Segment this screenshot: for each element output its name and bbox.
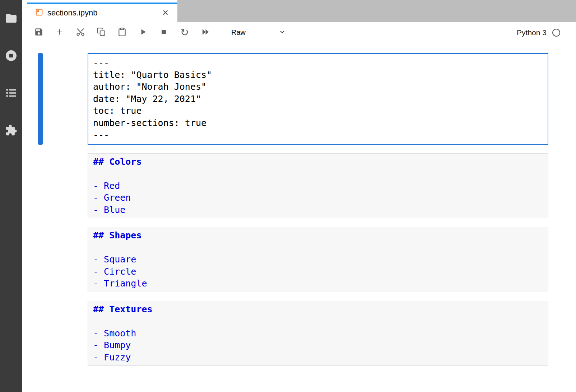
activity-sidebar: [0, 0, 22, 392]
list-item: - Fuzzy: [93, 351, 543, 364]
restart-kernel-button[interactable]: ↻: [178, 26, 191, 39]
list-item: - Green: [93, 192, 543, 204]
sidebar-gutter: [22, 0, 27, 392]
tab-sections-ipynb[interactable]: sections.ipynb ✕: [27, 0, 177, 22]
fast-forward-icon: [201, 27, 210, 38]
blank-line: [93, 242, 543, 254]
code-line: ---: [93, 129, 543, 141]
cell-type-dropdown[interactable]: Raw: [231, 28, 286, 37]
list-item: - Circle: [93, 266, 543, 278]
code-line: date: "May 22, 2021": [93, 93, 543, 105]
list-item: - Smooth: [93, 327, 543, 340]
table-of-contents-icon: [5, 87, 17, 100]
jupyterlab-window: sections.ipynb ✕: [0, 0, 576, 392]
tab-close-icon[interactable]: ✕: [162, 9, 169, 17]
scissors-icon: [76, 27, 85, 38]
folder-icon: [5, 12, 18, 26]
restart-icon: ↻: [180, 27, 189, 38]
code-line: ---: [93, 57, 543, 69]
notebook-area: --- title: "Quarto Basics" author: "Nora…: [27, 43, 576, 392]
code-line: number-sections: true: [93, 117, 543, 129]
blank-line: [93, 168, 543, 180]
puzzle-extension-icon: [5, 124, 17, 137]
cell-type-value: Raw: [231, 28, 246, 37]
blank-line: [93, 315, 543, 327]
kernel-status-icon: [552, 29, 560, 37]
save-button[interactable]: [32, 26, 45, 39]
cell-shapes[interactable]: ## Shapes - Square - Circle - Triangle: [88, 227, 548, 292]
chevron-down-icon: [279, 28, 286, 37]
clipboard-icon: [117, 27, 127, 38]
restart-run-all-button[interactable]: [199, 26, 212, 39]
save-icon: [34, 27, 43, 38]
stop-square-icon: [159, 27, 168, 38]
cell-editor[interactable]: ## Shapes - Square - Circle - Triangle: [88, 227, 548, 292]
main-area: sections.ipynb ✕: [27, 0, 576, 392]
kernel-name[interactable]: Python 3: [517, 28, 547, 37]
list-item: - Triangle: [93, 277, 543, 290]
cell-frontmatter[interactable]: --- title: "Quarto Basics" author: "Nora…: [88, 53, 548, 145]
paste-cell-button[interactable]: [116, 26, 129, 39]
sidebar-item-extensions[interactable]: [4, 125, 18, 137]
sidebar-item-file-browser[interactable]: [4, 13, 18, 25]
markdown-heading: ## Textures: [93, 303, 543, 316]
run-play-icon: [138, 27, 148, 38]
kernel-area: Python 3: [517, 28, 576, 37]
notebook-toolbar: ↻ Raw Python 3: [27, 22, 576, 43]
add-cell-button[interactable]: [53, 26, 66, 39]
cell-editor[interactable]: --- title: "Quarto Basics" author: "Nora…: [88, 53, 548, 145]
sidebar-item-running-kernels[interactable]: [4, 50, 18, 62]
plus-icon: [55, 27, 64, 38]
copy-cell-button[interactable]: [95, 26, 108, 39]
list-item: - Square: [93, 253, 543, 266]
tab-title: sections.ipynb: [47, 8, 97, 18]
interrupt-kernel-button[interactable]: [157, 26, 170, 39]
code-line: author: "Norah Jones": [93, 81, 543, 93]
list-item: - Blue: [93, 204, 543, 216]
code-line: title: "Quarto Basics": [93, 69, 543, 81]
cell-editor[interactable]: ## Colors - Red - Green - Blue: [88, 153, 548, 219]
code-line: toc: true: [93, 105, 543, 117]
running-kernels-icon: [5, 49, 18, 63]
markdown-heading: ## Shapes: [93, 229, 543, 242]
list-item: - Red: [93, 180, 543, 192]
cell-collapser[interactable]: [38, 53, 43, 145]
markdown-heading: ## Colors: [93, 156, 543, 168]
tab-bar: sections.ipynb ✕: [27, 0, 576, 22]
notebook-file-icon: [35, 8, 43, 18]
cut-cell-button[interactable]: [74, 26, 87, 39]
sidebar-item-table-of-contents[interactable]: [4, 87, 18, 99]
list-item: - Bumpy: [93, 339, 543, 351]
cell-editor[interactable]: ## Textures - Smooth - Bumpy - Fuzzy: [88, 301, 548, 366]
run-cell-button[interactable]: [136, 26, 149, 39]
copy-icon: [97, 27, 106, 38]
tab-bar-filler: [177, 0, 576, 22]
cell-textures[interactable]: ## Textures - Smooth - Bumpy - Fuzzy: [88, 301, 548, 366]
cell-colors[interactable]: ## Colors - Red - Green - Blue: [88, 153, 548, 219]
